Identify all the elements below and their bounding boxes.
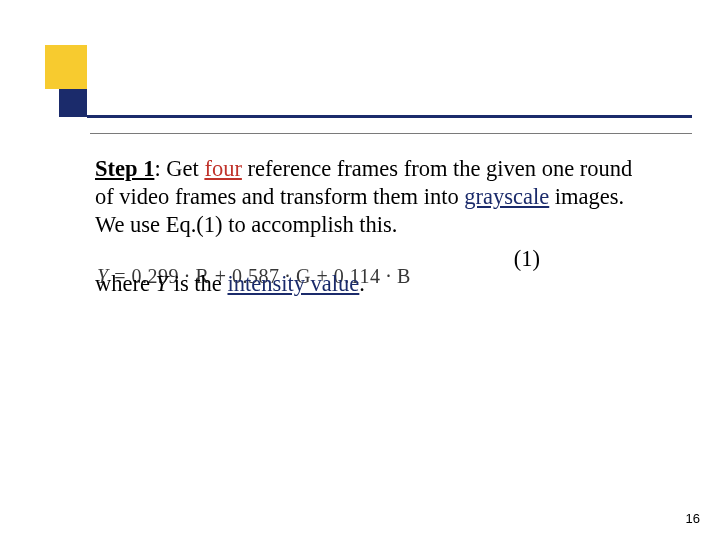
where-seg-1: where [95,271,156,296]
step-paragraph: Step 1: Get four reference frames from t… [95,155,640,239]
keyword-grayscale: grayscale [464,184,549,209]
keyword-intensity: intensity value [227,271,359,296]
rule-thick [87,115,692,118]
slide: Step 1: Get four reference frames from t… [0,0,720,540]
step-seg-1: : Get [154,156,204,181]
decor-block-yellow [45,45,87,89]
page-number: 16 [686,511,700,526]
body-text: Step 1: Get four reference frames from t… [95,155,640,298]
rule-thin [90,133,692,134]
where-var-Y: Y [156,271,169,296]
equation-line: Y = 0.299 · R + 0.587 · G + 0.114 · B wh… [95,270,640,298]
where-seg-2: is the [168,271,227,296]
step-label: Step 1 [95,156,154,181]
decor-block-navy [59,89,87,117]
where-line: where Y is the intensity value. [95,270,640,298]
slide-header [45,45,675,125]
where-seg-3: . [359,271,365,296]
keyword-four: four [204,156,242,181]
